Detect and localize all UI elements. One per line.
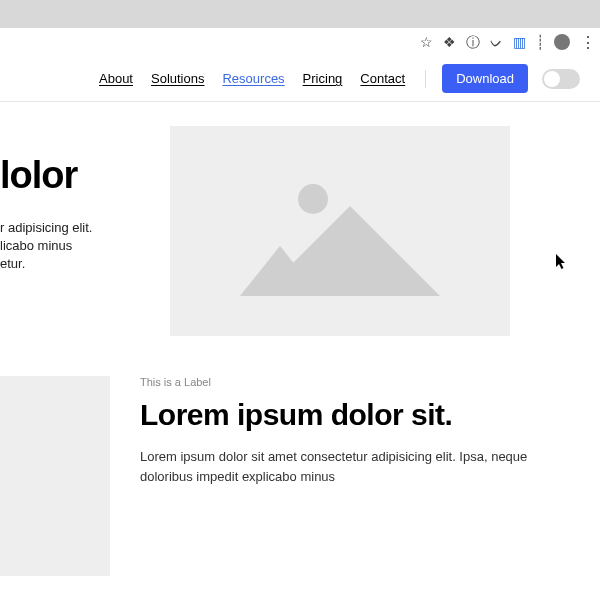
feature-body: Lorem ipsum dolor sit amet consectetur a… <box>140 447 570 486</box>
hero-section: lolor r adipisicing elit. licabo minus e… <box>0 102 600 336</box>
download-button[interactable]: Download <box>442 64 528 93</box>
overflow-menu-icon[interactable]: ⋮ <box>580 33 594 52</box>
hero-body: r adipisicing elit. licabo minus etur. <box>0 219 140 274</box>
feature-image-placeholder <box>0 376 110 576</box>
browser-toolbar: ☆ ❖ ⓘ ᨆ ▥ ┊ ⋮ <box>0 28 600 56</box>
trello-icon[interactable]: ▥ <box>513 35 526 49</box>
feature-label: This is a Label <box>140 376 570 388</box>
browser-tabbar <box>0 0 600 28</box>
site-header: About Solutions Resources Pricing Contac… <box>0 56 600 102</box>
page-content: lolor r adipisicing elit. licabo minus e… <box>0 102 600 600</box>
nav-resources[interactable]: Resources <box>222 71 284 86</box>
nav-contact[interactable]: Contact <box>360 71 405 86</box>
feature-section: This is a Label Lorem ipsum dolor sit. L… <box>0 336 600 576</box>
nav-about[interactable]: About <box>99 71 133 86</box>
feature-heading: Lorem ipsum dolor sit. <box>140 398 570 431</box>
info-icon[interactable]: ⓘ <box>466 35 480 49</box>
nav-separator <box>425 70 426 88</box>
nav-solutions[interactable]: Solutions <box>151 71 204 86</box>
bookmark-star-icon[interactable]: ☆ <box>420 35 433 49</box>
feature-content: This is a Label Lorem ipsum dolor sit. L… <box>140 376 600 576</box>
hero-title: lolor <box>0 154 140 197</box>
primary-nav: About Solutions Resources Pricing Contac… <box>99 71 405 86</box>
divider-icon: ┊ <box>536 35 544 49</box>
pocket-icon[interactable]: ᨆ <box>490 35 503 49</box>
nav-pricing[interactable]: Pricing <box>303 71 343 86</box>
theme-toggle[interactable] <box>542 69 580 89</box>
layers-icon[interactable]: ❖ <box>443 35 456 49</box>
placeholder-mountain-icon <box>260 206 440 296</box>
hero-text: lolor r adipisicing elit. licabo minus e… <box>0 126 140 336</box>
profile-avatar[interactable] <box>554 34 570 50</box>
toggle-knob <box>544 71 560 87</box>
hero-image-placeholder <box>170 126 510 336</box>
